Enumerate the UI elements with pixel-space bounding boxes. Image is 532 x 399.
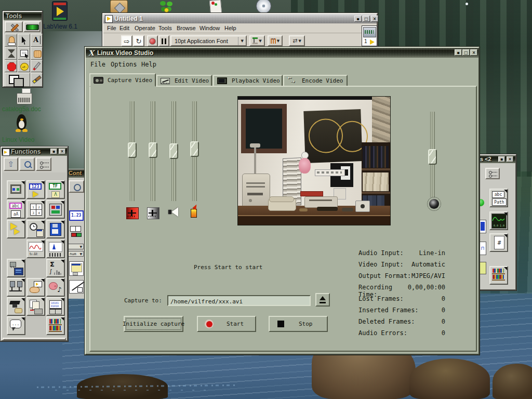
tool-shortcut-menu[interactable] — [18, 47, 30, 60]
menu-file[interactable]: File — [90, 61, 105, 68]
desktop-label-catalog[interactable]: catalog5a.doc — [2, 105, 41, 113]
menu-window[interactable]: Window — [200, 25, 220, 31]
menu-browse[interactable]: Browse — [177, 25, 196, 31]
fn-tutorial[interactable] — [7, 297, 25, 316]
controls-dialog-item[interactable] — [69, 261, 84, 276]
controls2-boolean-sliver[interactable]: ⊓ — [479, 242, 486, 255]
menu-help[interactable]: Help — [141, 61, 156, 68]
fn-file-io[interactable] — [46, 220, 65, 238]
master-volume-handle[interactable] — [428, 149, 437, 165]
menu-operate[interactable]: Operate — [135, 25, 155, 31]
fn-select-vi[interactable]: ... — [7, 316, 25, 335]
start-button[interactable]: Start — [197, 316, 256, 332]
tool-position[interactable] — [18, 34, 30, 47]
tools-titlebar[interactable]: Tools — [4, 12, 42, 20]
fn-string[interactable]: abc aA — [7, 200, 25, 219]
maximize-button[interactable]: □ — [462, 49, 470, 56]
font-combobox[interactable]: 10pt Application Font ▼ — [170, 35, 247, 46]
tool-operate-value[interactable] — [5, 34, 17, 47]
controls-numeric-item[interactable]: 1.23 — [69, 210, 84, 221]
controls2-string-path-item[interactable]: abc Path — [489, 189, 508, 207]
desktop-icon-catalog[interactable] — [17, 89, 32, 104]
controls-decoration-item[interactable] — [69, 280, 84, 294]
fn-graphics-sound[interactable]: ♪ — [46, 278, 65, 297]
tool-wire[interactable] — [5, 47, 17, 60]
desktop-icon-cd[interactable] — [256, 0, 271, 13]
run-continuous-button[interactable]: ↻ — [133, 35, 144, 47]
minimize-button[interactable]: ▪ — [354, 16, 362, 22]
distribute-objects-dropdown[interactable]: ▼ — [268, 35, 283, 46]
tool-edit-text[interactable]: A — [31, 34, 43, 47]
fn-array[interactable]: 1 2 3 4 — [26, 200, 45, 219]
tool-breakpoint[interactable] — [5, 60, 17, 72]
fn-cluster[interactable] — [46, 200, 65, 219]
maximize-button[interactable]: □ — [363, 16, 370, 22]
volume-slider-handle[interactable] — [169, 143, 178, 159]
panel-indicator[interactable]: 1 — [362, 25, 377, 46]
controls-strip-button[interactable] — [69, 180, 84, 193]
fn-mathematics[interactable]: Σ ∫ — [46, 259, 65, 277]
fn-instrument-io[interactable] — [7, 259, 25, 277]
initialize-capture-button[interactable]: Initialize capture — [124, 316, 183, 332]
browse-eject-button[interactable] — [315, 293, 330, 307]
main-titlebar[interactable]: X Linux Video Studio ▪ □ × — [86, 48, 478, 58]
reorder-dropdown[interactable]: ⇄ ▼ — [289, 35, 305, 46]
up-level-button[interactable]: ⇧ — [4, 157, 18, 171]
align-objects-dropdown[interactable]: ▼ — [249, 35, 265, 46]
abort-button[interactable] — [147, 35, 158, 47]
controls2-graph-item[interactable]: 0.0 1.0 — [489, 211, 508, 230]
tab-capture-video[interactable]: Capture Video — [89, 73, 156, 87]
hue-slider-handle[interactable] — [128, 142, 137, 158]
options-button[interactable] — [36, 157, 51, 171]
tab-encode-video[interactable]: ← → Encode Video — [283, 75, 348, 87]
capture-path-input[interactable] — [168, 296, 312, 305]
fn-structures[interactable] — [7, 180, 25, 199]
desktop-icon-document[interactable] — [208, 0, 223, 14]
desktop-label-linux-video[interactable]: Linux Video — [2, 136, 35, 143]
tool-color-copy[interactable] — [31, 60, 43, 72]
shade-button[interactable]: ▪ — [455, 49, 462, 56]
desktop-icon-linux-video[interactable] — [15, 114, 29, 133]
close-button[interactable]: × — [470, 49, 477, 56]
fn-comparison[interactable] — [7, 220, 25, 238]
functions-titlebar[interactable]: Functions ▪ × — [2, 148, 67, 156]
tool-get-color[interactable] — [5, 73, 30, 87]
menu-help[interactable]: Help — [224, 25, 236, 31]
search-button[interactable] — [19, 157, 35, 171]
close-button[interactable]: × — [371, 16, 378, 22]
desktop-icon-labview[interactable] — [52, 1, 68, 21]
controls2-graph-sliver[interactable] — [479, 220, 486, 233]
menu-options[interactable]: Options — [111, 61, 137, 68]
fn-numeric[interactable]: 123 — [26, 180, 45, 199]
menu-tools[interactable]: Tools — [158, 25, 172, 31]
minimize-button[interactable]: ▪ — [498, 156, 505, 162]
desktop-label-labview[interactable]: LabView 6.1 — [43, 23, 77, 30]
controls2-container-sliver[interactable] — [479, 262, 486, 274]
fn-waveform[interactable]: t₀ Δt — [26, 240, 45, 258]
menu-file[interactable]: File — [107, 25, 116, 31]
pause-button[interactable] — [158, 35, 169, 47]
close-button[interactable]: × — [507, 156, 513, 162]
tool-set-color[interactable] — [31, 73, 43, 87]
tools-auto-tool-button[interactable] — [5, 21, 23, 32]
capture-path-field[interactable] — [167, 295, 311, 306]
tool-scroll[interactable] — [31, 47, 43, 60]
controls2-number-item[interactable]: # — [489, 233, 508, 252]
minimize-button[interactable]: ▪ — [50, 149, 57, 154]
functions-bottom-strip[interactable] — [3, 338, 66, 340]
run-button[interactable]: ⇨ — [121, 35, 132, 47]
controls2-user-controls-item[interactable] — [489, 266, 508, 285]
fn-time-dialog[interactable] — [26, 220, 45, 238]
controls-ring-item[interactable]: ▼ num ▼ — [68, 244, 85, 258]
controls-strip-titlebar[interactable]: Cont — [67, 169, 85, 178]
controls2-titlebar[interactable]: s <2 ▪ × — [479, 155, 515, 163]
untitled-titlebar[interactable]: Untitled 1 ▪ □ × — [103, 14, 377, 23]
close-button[interactable]: × — [59, 149, 65, 154]
tab-edit-video[interactable]: Edit Video — [156, 75, 212, 87]
menu-edit[interactable]: Edit — [119, 25, 129, 31]
desktop-icon-folder[interactable] — [110, 0, 128, 13]
desktop-icon-flower[interactable] — [159, 0, 174, 13]
fn-communication[interactable] — [7, 278, 25, 297]
fn-signal-processing[interactable] — [46, 240, 65, 258]
fn-advanced[interactable]: 10101 01010 — [46, 297, 65, 316]
